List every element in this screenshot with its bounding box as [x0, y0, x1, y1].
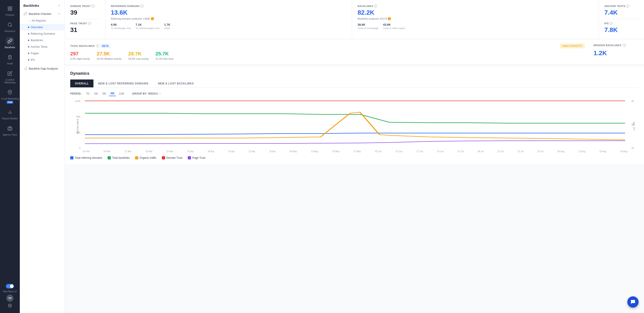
sidebar-item-report-label: Report Builder	[2, 117, 18, 120]
anchor-texts-label: ANCHOR TEXTS	[604, 5, 625, 8]
chart-wrap: 120K 80K 40K 0 40 36 32	[85, 100, 625, 149]
sub-item-ips[interactable]: IPs	[20, 56, 65, 63]
backlinks-info[interactable]: i	[374, 4, 377, 8]
backlink-gap-label: Backlink Gap Analyzer	[29, 67, 58, 70]
chart-container: BACKLINKS DR, PT 120K 80K 40K 0 40 36 32	[83, 100, 627, 153]
x-label-5: 01 Apr	[187, 150, 194, 153]
period-12m[interactable]: 12M	[117, 92, 126, 96]
x-label-13: 27 May	[354, 150, 361, 153]
sidebar-item-agency-pack[interactable]: Agency Pack	[0, 122, 20, 138]
sidebar-item-audit-label: Audit	[7, 62, 12, 65]
chat-button[interactable]	[627, 296, 638, 308]
y-axis-left: 120K 80K 40K 0	[75, 100, 80, 149]
sidebar-item-report-builder[interactable]: Report Builder	[0, 106, 20, 122]
broken-value: 1.2K	[594, 50, 638, 57]
sidebar-item-audit[interactable]: Audit	[0, 51, 20, 67]
period-7d[interactable]: 7D	[84, 92, 91, 96]
beta-badge: BETA	[101, 44, 110, 48]
weeks-button[interactable]: WEEKS	[148, 92, 161, 95]
legend-domain-trust[interactable]: ✓ Domain Trust	[162, 156, 182, 160]
anchor-texts-info[interactable]: i	[626, 4, 629, 8]
chart-svg	[85, 100, 625, 149]
referring-domains-card: REFERRING DOMAINS i 13.6K Referring doma…	[106, 0, 352, 39]
backlink-gap-group[interactable]: Backlink Gap Analyzer	[20, 65, 65, 72]
x-label-2: 11 Mar	[124, 150, 132, 153]
sub-item-pages[interactable]: Pages	[20, 50, 65, 56]
group-by-label: GROUP BY:	[132, 92, 147, 95]
new-menu-toggle[interactable]	[6, 284, 14, 288]
dot	[28, 46, 29, 48]
sidebar-item-local-marketing[interactable]: Local Marketing Trial	[0, 86, 20, 106]
page-trust-label: PAGE TRUST	[70, 22, 87, 25]
toxic-section: TOXIC BACKLINKS i BETA High toxicity 297…	[70, 44, 584, 60]
sub-item-all-reports[interactable]: All Reports	[20, 17, 65, 24]
legend-organic-traffic[interactable]: ✓ Organic traffic	[135, 156, 156, 160]
sidebar-item-projects[interactable]: Projects	[0, 2, 20, 18]
referring-domains-value: 13.6K	[111, 9, 346, 16]
toxic-info[interactable]: i	[96, 44, 99, 48]
toxic-label: TOXIC BACKLINKS	[70, 44, 95, 47]
x-label-21: 22 Jul	[518, 150, 524, 153]
collapse-icon[interactable]	[58, 4, 61, 8]
sidebar-item-research-label: Research	[4, 30, 15, 32]
tab-bar: OVERALL NEW & LOST REFERRING DOMAINS NEW…	[70, 80, 638, 88]
x-label-23: 05 Aug	[557, 150, 564, 153]
ips-value: 7.8K	[604, 26, 638, 34]
sub-item-referring-domains[interactable]: Referring Domains	[20, 30, 65, 37]
domain-trust-value: 39	[70, 9, 100, 16]
sub-item-backlinks[interactable]: Backlinks	[20, 37, 65, 44]
page-trust-info[interactable]: i	[88, 22, 91, 25]
x-label-25: 19 Aug	[600, 150, 606, 153]
svg-rect-13	[8, 127, 12, 130]
x-label-24: 12 Aug	[578, 150, 586, 153]
legend-page-trust[interactable]: ✓ Page Trust	[188, 156, 205, 160]
svg-point-9	[9, 91, 10, 92]
sub-item-overview[interactable]: Overview	[20, 24, 65, 30]
legend-total-referring[interactable]: ✓ Total referring domains	[70, 156, 102, 160]
x-label-19: 08 Jul	[478, 150, 484, 153]
domain-trust-info[interactable]: i	[92, 4, 94, 8]
x-label-22: 29 Jul	[538, 150, 544, 153]
period-6m[interactable]: 6M	[109, 91, 116, 96]
sidebar-item-content-marketing[interactable]: Content Marketing	[0, 67, 20, 86]
period-3m[interactable]: 3M	[100, 92, 108, 96]
backlink-gap-section: Backlink Gap Analyzer	[20, 64, 65, 73]
backlink-checker-label: Backlink Checker	[29, 12, 51, 16]
legend-total-backlinks[interactable]: ✓ Total backlinks	[108, 156, 130, 160]
backlink-checker-group[interactable]: Backlink Checker	[20, 10, 65, 17]
tab-new-lost-backlinks[interactable]: NEW & LOST BACKLINKS	[153, 80, 198, 87]
group-by: GROUP BY: WEEKS	[132, 92, 161, 95]
backlinks-value: 82.2K	[358, 9, 593, 16]
x-label-11: 13 May	[311, 150, 318, 153]
dot	[28, 59, 29, 60]
period-1m[interactable]: 1M	[92, 92, 100, 96]
ips-info[interactable]: i	[610, 22, 613, 25]
x-label-18: 01 Jul	[458, 150, 464, 153]
dot	[28, 33, 29, 34]
high-toxicity-badge: High toxicity	[560, 44, 584, 48]
x-label-15: 10 Jun	[396, 150, 402, 153]
tab-new-lost-domains[interactable]: NEW & LOST REFERRING DOMAINS	[94, 80, 153, 87]
new-menu-label: New Menu UI	[3, 290, 17, 293]
sidebar: Projects Research Backlinks Audit	[0, 0, 20, 313]
backlinks-sub-row: 38.6K Links to homepage 43.6K Links to o…	[358, 23, 593, 30]
sidebar-item-local-label: Local Marketing	[1, 97, 19, 100]
svg-rect-1	[10, 7, 12, 8]
referring-domains-sub-0: 4.5K To homepage only	[111, 23, 131, 30]
referring-domains-info[interactable]: i	[140, 4, 144, 8]
settings-icon[interactable]	[8, 304, 12, 308]
broken-section: BROKEN BACKLINKS i 1.2K	[594, 44, 638, 60]
broken-info[interactable]: i	[623, 44, 626, 47]
sub-sidebar-title: Backlinks	[20, 0, 65, 9]
referring-domains-sub-row: 4.5K To homepage only 7.1K To internal p…	[111, 23, 346, 30]
active-dot	[28, 26, 29, 28]
avatar[interactable]: YK	[6, 294, 14, 302]
sidebar-item-research[interactable]: Research	[0, 18, 20, 35]
dynamics-section: Dynamics OVERALL NEW & LOST REFERRING DO…	[65, 67, 644, 164]
x-label-7: 15 Apr	[228, 150, 235, 153]
referring-domains-analyzed: Referring domains analyzed: 13360 !	[111, 17, 346, 20]
sidebar-item-backlinks[interactable]: Backlinks	[0, 35, 20, 51]
toxic-val-0: 297 0.4% High toxicity	[70, 51, 90, 60]
sub-item-anchor-texts[interactable]: Anchor Texts	[20, 44, 65, 50]
tab-overall[interactable]: OVERALL	[70, 80, 94, 87]
